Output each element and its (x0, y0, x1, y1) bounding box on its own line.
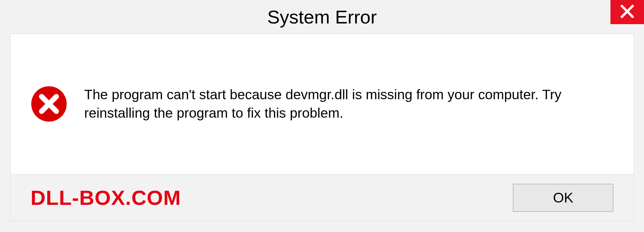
error-message: The program can't start because devmgr.d… (84, 85, 613, 123)
error-icon (31, 85, 67, 122)
watermark-text: DLL-BOX.COM (31, 186, 181, 210)
title-bar: System Error (0, 0, 644, 34)
window-title: System Error (267, 6, 377, 28)
message-area: The program can't start because devmgr.d… (10, 34, 634, 174)
ok-button[interactable]: OK (513, 184, 613, 212)
close-icon (621, 5, 634, 19)
dialog-footer: DLL-BOX.COM OK (10, 174, 634, 221)
dialog-content: The program can't start because devmgr.d… (10, 34, 634, 221)
close-button[interactable] (610, 0, 644, 24)
